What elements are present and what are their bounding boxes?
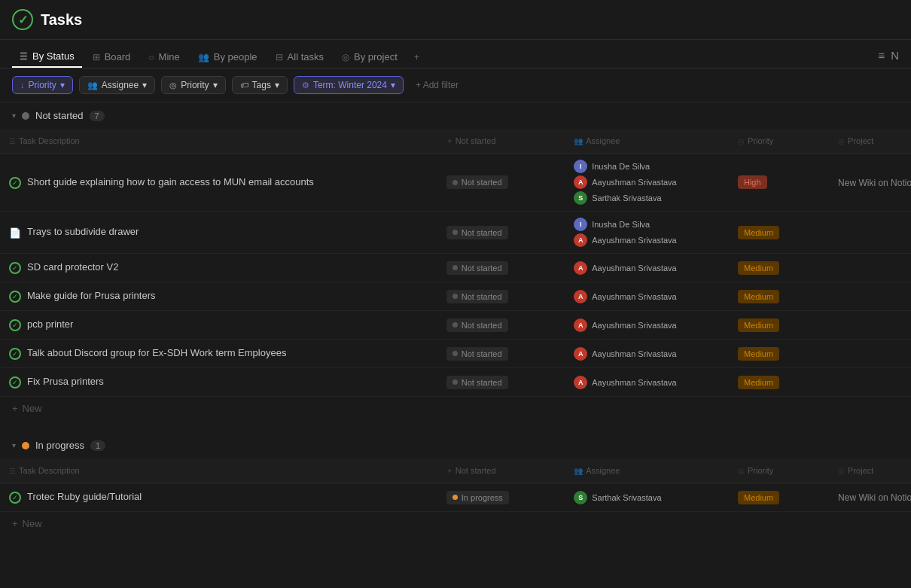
col-header-task-not-started: ☰Task Description: [0, 133, 437, 149]
task-row[interactable]: 📄Trays to subdivide drawer Not started I…: [0, 212, 911, 254]
task-complete-icon: ✓: [9, 348, 21, 360]
status-dot-icon: [452, 230, 458, 235]
status-dot-icon: [452, 265, 458, 270]
add-new-not-started[interactable]: +New: [0, 397, 911, 420]
all-tasks-icon: ⊟: [276, 52, 283, 62]
section-header-in-progress[interactable]: ▾ In progress 1: [0, 432, 911, 459]
assignee-name: Sarthak Srivastava: [592, 193, 661, 203]
assignee-name: Aayushman Srivastava: [592, 321, 677, 330]
section-dot-not-started: [22, 112, 29, 120]
section-count-in-progress: 1: [90, 440, 105, 451]
priority-filter[interactable]: ◎ Priority ▾: [161, 76, 225, 94]
avatar: S: [574, 191, 587, 205]
assignee-item: A Aayushman Srivastava: [574, 261, 720, 275]
assignee-item: A Aayushman Srivastava: [574, 347, 720, 361]
assignee-item: I Inusha De Silva: [574, 218, 720, 231]
tab-board[interactable]: ⊞ Board: [85, 47, 139, 67]
status-dot-icon: [452, 351, 458, 356]
tab-all-tasks[interactable]: ⊟ All tasks: [268, 47, 331, 67]
term-filter[interactable]: ⚙ Term: Winter 2024 ▾: [294, 76, 404, 94]
task-row[interactable]: ✓Make guide for Prusa printers Not start…: [0, 282, 911, 311]
col-priority-label-in-progress: Priority: [748, 466, 773, 475]
priority-badge: High: [738, 175, 767, 189]
task-assignee-cell-t8: S Sarthak Srivastava: [565, 485, 729, 510]
status-badge: Not started: [446, 318, 508, 332]
status-dot-icon: [452, 294, 458, 299]
task-row[interactable]: ✓Fix Prusa printers Not started A Aayush…: [0, 368, 911, 397]
col-priority-icon-in-progress: ◎: [738, 467, 745, 475]
tab-by-status-label: By Status: [32, 50, 75, 62]
task-row[interactable]: ✓Short guide explaining how to gain acce…: [0, 154, 911, 212]
priority-filter-label: Priority: [181, 80, 209, 90]
col-project-icon-not-started: ◎: [838, 137, 845, 145]
task-name-cell-t7: ✓Fix Prusa printers: [0, 369, 437, 395]
col-task-icon-in-progress: ☰: [9, 467, 16, 475]
add-tab-button[interactable]: +: [408, 47, 426, 67]
section-header-not-started[interactable]: ▾ Not started 7: [0, 102, 911, 129]
section-spacer: [0, 420, 911, 432]
task-row[interactable]: ✓SD card protector V2 Not started A Aayu…: [0, 254, 911, 282]
task-priority-cell-t2: Medium: [729, 220, 829, 245]
task-status-cell-t6: Not started: [437, 341, 565, 367]
notion-icon[interactable]: N: [891, 49, 899, 62]
task-row[interactable]: ✓Trotec Ruby guide/Tutorial In progress …: [0, 483, 911, 512]
task-complete-icon: ✓: [9, 492, 21, 504]
section-label-in-progress: In progress: [35, 440, 84, 451]
avatar: A: [574, 261, 587, 275]
task-project-cell-t4: [829, 291, 911, 303]
tab-by-project-label: By project: [354, 51, 398, 62]
task-priority-cell-t3: Medium: [729, 255, 829, 281]
avatar: S: [574, 491, 587, 504]
task-row[interactable]: ✓Talk about Discord group for Ex-SDH Wor…: [0, 340, 911, 368]
col-header-task-in-progress: ☰Task Description: [0, 462, 437, 479]
priority-badge: Medium: [738, 261, 779, 275]
add-filter-label: + Add filter: [416, 80, 459, 90]
task-name-text: Talk about Discord group for Ex-SDH Work…: [27, 346, 286, 360]
col-status-label-not-started: Not started: [456, 136, 496, 145]
avatar: A: [574, 290, 587, 303]
task-status-cell-t8: In progress: [437, 485, 565, 510]
priority-badge: Medium: [738, 347, 779, 361]
priority-caret-icon: ▾: [213, 80, 218, 90]
add-filter-button[interactable]: + Add filter: [410, 77, 465, 93]
task-assignee-cell-t3: A Aayushman Srivastava: [565, 255, 729, 281]
tags-filter[interactable]: 🏷 Tags ▾: [232, 76, 288, 94]
by-project-icon: ◎: [342, 52, 349, 62]
priority-badge: Medium: [738, 290, 779, 303]
task-assignee-cell-t2: I Inusha De Silva A Aayushman Srivastava: [565, 212, 729, 253]
task-complete-icon: ✓: [9, 262, 21, 274]
task-priority-cell-t7: Medium: [729, 370, 829, 395]
task-name-text: Make guide for Prusa printers: [27, 289, 156, 303]
task-status-cell-t1: Not started: [437, 169, 565, 195]
assignee-item: I Inusha De Silva: [574, 160, 720, 173]
col-header-project-in-progress: ◎Project: [829, 462, 911, 479]
task-name-cell-t4: ✓Make guide for Prusa printers: [0, 283, 437, 309]
tab-all-tasks-label: All tasks: [288, 51, 324, 62]
add-new-in-progress[interactable]: +New: [0, 512, 911, 535]
assignee-filter[interactable]: 👥 Assignee ▾: [79, 76, 155, 94]
add-new-icon: +: [12, 518, 18, 529]
tab-by-project[interactable]: ◎ By project: [334, 47, 405, 67]
assignee-item: S Sarthak Srivastava: [574, 191, 720, 205]
term-filter-icon: ⚙: [302, 81, 309, 90]
task-name-cell-t1: ✓Short guide explaining how to gain acce…: [0, 169, 437, 195]
status-dot-icon: [452, 495, 458, 500]
filter-icon[interactable]: ≡: [878, 49, 885, 62]
tab-by-people[interactable]: 👥 By people: [190, 47, 265, 67]
tab-by-status[interactable]: ☰ By Status: [12, 46, 82, 68]
col-task-icon-not-started: ☰: [9, 137, 16, 145]
avatar: I: [574, 218, 587, 231]
assignee-name: Inusha De Silva: [592, 220, 650, 229]
task-name-text: Trays to subdivide drawer: [27, 225, 139, 239]
task-row[interactable]: ✓pcb printer Not started A Aayushman Sri…: [0, 311, 911, 340]
sort-priority-filter[interactable]: ↓ Priority ▾: [12, 76, 73, 94]
tab-mine[interactable]: ○ Mine: [141, 47, 187, 67]
col-status-icon-in-progress: ✦: [446, 467, 452, 475]
col-project-icon-in-progress: ◎: [838, 467, 845, 475]
task-doc-icon: 📄: [9, 227, 21, 239]
add-new-label: New: [23, 403, 42, 414]
task-project-cell-t7: [829, 376, 911, 388]
assignee-caret-icon: ▾: [142, 80, 147, 90]
assignee-item: A Aayushman Srivastava: [574, 290, 720, 303]
mine-icon: ○: [148, 52, 154, 62]
